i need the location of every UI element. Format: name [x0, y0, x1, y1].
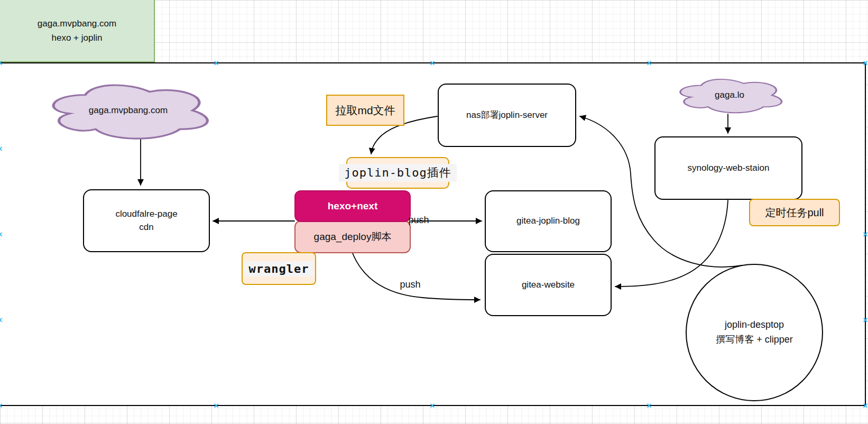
node-label-line1: cloudfalre-page	[115, 208, 177, 221]
title-line2: hexo + joplin	[52, 31, 103, 45]
cloud-label: gaga.mvpbang.com	[42, 79, 214, 142]
node-gaga-deploy-script[interactable]: gaga_deploy脚本	[294, 220, 411, 253]
node-label: gaga_deploy脚本	[314, 230, 392, 244]
selection-handle[interactable]: ✕	[430, 402, 436, 409]
cloud-gaga-lo[interactable]: gaga.lo	[673, 76, 786, 115]
selection-handle[interactable]: ✕	[0, 402, 3, 409]
selection-handle[interactable]: ✕	[0, 145, 3, 152]
selection-handle[interactable]: ✕	[0, 60, 3, 67]
node-cloudflare-page-cdn[interactable]: cloudfalre-page cdn	[83, 189, 210, 252]
cloud-label: gaga.lo	[673, 76, 786, 115]
selection-handle[interactable]: ✕	[0, 317, 3, 324]
node-label-line2: cdn	[139, 221, 153, 234]
selection-handle[interactable]: ✕	[863, 317, 868, 324]
tag-label: wrangler	[244, 261, 315, 276]
node-hexo-next[interactable]: hexo+next	[294, 190, 411, 222]
selection-handle[interactable]: ✕	[647, 402, 652, 409]
tag-cron-pull[interactable]: 定时任务pull	[749, 199, 840, 226]
selection-handle[interactable]: ✕	[863, 60, 868, 67]
diagram-title-box[interactable]: gaga.mvpbang.com hexo + joplin	[0, 0, 155, 62]
node-label-line2: 撰写博客 + clipper	[716, 333, 793, 347]
tag-label: joplin-blog插件	[339, 164, 457, 182]
selection-handle[interactable]: ✕	[0, 231, 3, 238]
node-nas-joplin-server[interactable]: nas部署joplin-server	[438, 84, 576, 147]
tag-pull-md-files[interactable]: 拉取md文件	[326, 95, 404, 126]
edge-label-push-top: push	[403, 215, 435, 226]
selection-handle[interactable]: ✕	[214, 60, 219, 67]
edge-label-push-bottom: push	[394, 279, 426, 290]
node-joplin-desktop[interactable]: joplin-desptop 撰写博客 + clipper	[686, 264, 823, 401]
selection-handle[interactable]: ✕	[214, 402, 219, 409]
node-synology-web-station[interactable]: synology-web-staion	[654, 136, 802, 200]
node-gitea-joplin-blog[interactable]: gitea-joplin-blog	[485, 190, 612, 252]
selection-handle[interactable]: ✕	[647, 60, 652, 67]
tag-label: 定时任务pull	[765, 206, 824, 220]
tag-label: 拉取md文件	[335, 103, 395, 118]
node-label: nas部署joplin-server	[466, 109, 548, 122]
cloud-gaga-mvpbang[interactable]: gaga.mvpbang.com	[42, 79, 214, 142]
node-label-line1: joplin-desptop	[725, 318, 784, 333]
node-label: synology-web-staion	[688, 162, 770, 175]
selection-handle[interactable]: ✕	[430, 60, 436, 67]
selection-handle[interactable]: ✕	[863, 231, 868, 238]
node-label: gitea-joplin-blog	[516, 215, 580, 228]
node-label: hexo+next	[328, 200, 378, 212]
node-gitea-website[interactable]: gitea-website	[485, 254, 612, 316]
tag-joplin-blog-plugin[interactable]: joplin-blog插件	[346, 157, 449, 189]
selection-handle[interactable]: ✕	[863, 402, 868, 409]
title-line1: gaga.mvpbang.com	[38, 16, 116, 31]
tag-wrangler[interactable]: wrangler	[242, 252, 316, 285]
node-label: gitea-website	[522, 279, 575, 292]
